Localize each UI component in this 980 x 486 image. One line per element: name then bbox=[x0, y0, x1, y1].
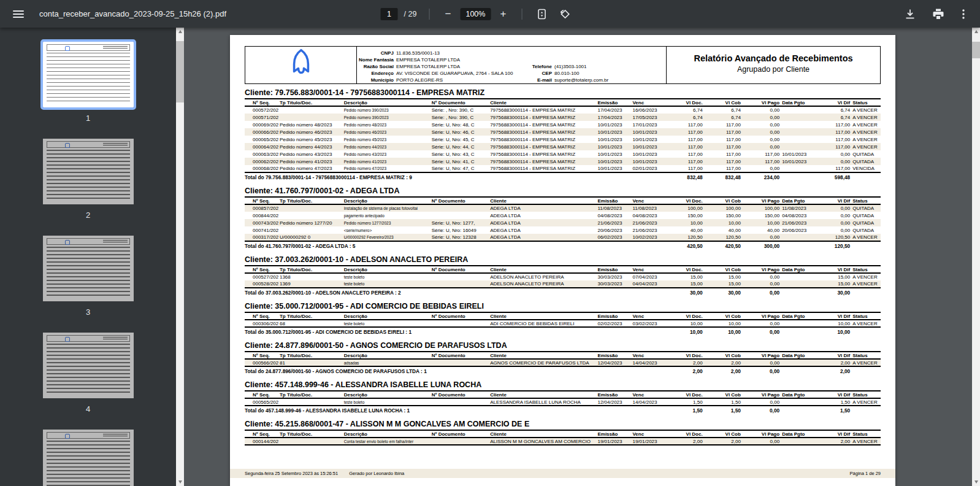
company-logo bbox=[245, 47, 357, 83]
rotate-button[interactable] bbox=[555, 3, 575, 25]
receivables-table: Nº Seq.Tp Título/Doc.DescriçãoNº Documen… bbox=[245, 312, 881, 335]
table-cell: 117,00 bbox=[667, 165, 704, 172]
table-cell: 117,00 bbox=[704, 165, 742, 172]
thumbnail-page-preview[interactable] bbox=[43, 42, 134, 107]
table-header-row: Nº Seq.Tp Título/Doc.DescriçãoNº Documen… bbox=[245, 391, 881, 398]
table-cell: 0,00 bbox=[742, 398, 781, 406]
total-value: 0,00 bbox=[742, 288, 781, 296]
table-row: 000741/2023<serie/numero>Série: U, Nro: … bbox=[245, 226, 881, 234]
table-cell: 79756883000114 - EMPRESA MATRIZ bbox=[489, 114, 596, 121]
table-cell: Série: U, Nro: 41, C bbox=[431, 158, 489, 165]
page-number-input[interactable] bbox=[381, 8, 398, 20]
table-cell: 1,50 bbox=[667, 398, 704, 406]
report-subtitle: Agrupado por Cliente bbox=[667, 65, 880, 74]
table-cell: Série: , Nro: 390, C bbox=[431, 114, 489, 121]
page-thumbnail-1[interactable]: 1 bbox=[43, 42, 134, 123]
total-value bbox=[781, 327, 817, 335]
thumbnail-page-preview[interactable] bbox=[43, 333, 134, 398]
table-cell: 120,50 bbox=[704, 234, 742, 241]
total-value: 832,48 bbox=[667, 172, 704, 180]
total-row: Total do 41.760.797/0001-02 - ADEGA LTDA… bbox=[245, 241, 881, 249]
table-cell: 6,74 bbox=[704, 106, 742, 114]
main-scrollbar[interactable] bbox=[972, 28, 980, 486]
column-header: Descrição bbox=[343, 430, 431, 438]
print-button[interactable] bbox=[926, 3, 951, 25]
page-thumbnail-4[interactable]: 4 bbox=[43, 333, 134, 414]
scroll-up-arrow[interactable] bbox=[176, 28, 184, 36]
table-cell bbox=[278, 204, 343, 212]
download-button[interactable] bbox=[898, 3, 922, 25]
scroll-up-arrow[interactable] bbox=[972, 28, 980, 36]
thumbnail-page-preview[interactable] bbox=[43, 236, 134, 301]
table-cell: 000317/2023 bbox=[245, 234, 278, 241]
table-cell: 000306/2023 bbox=[245, 320, 278, 327]
thumbnail-mini-body bbox=[47, 344, 130, 395]
scroll-down-arrow[interactable] bbox=[176, 478, 184, 486]
table-cell: teste boleto bbox=[343, 280, 431, 288]
column-header: Data Pgto bbox=[781, 312, 817, 320]
thumbnail-page-preview[interactable] bbox=[43, 139, 134, 204]
page-thumbnail-5[interactable]: 5 bbox=[43, 430, 134, 486]
menu-button[interactable] bbox=[6, 3, 31, 25]
total-row: Total do 35.000.712/0001-95 - ADI COMERC… bbox=[245, 327, 881, 335]
thumbnail-page-preview[interactable] bbox=[43, 430, 134, 486]
page-thumbnail-2[interactable]: 2 bbox=[43, 139, 134, 220]
table-cell: 11/08/2023 bbox=[631, 204, 667, 212]
table-cell: 2,00 bbox=[704, 438, 742, 445]
total-value: 420,50 bbox=[704, 241, 742, 249]
zoom-in-button[interactable]: + bbox=[494, 6, 511, 23]
column-header: Vl Doc. bbox=[667, 99, 704, 106]
column-header: Data Pgto bbox=[781, 197, 817, 204]
sidebar-scrollbar[interactable] bbox=[176, 28, 184, 486]
main-scrollbar-thumb[interactable] bbox=[972, 42, 980, 58]
document-title: conta_receber_avancado_2023-09-25_15h26 … bbox=[39, 9, 226, 18]
table-cell: 17/04/2023 bbox=[596, 106, 631, 114]
kebab-icon bbox=[957, 8, 970, 20]
table-cell: 0,00 bbox=[742, 438, 781, 445]
table-cell: 000572/2023 bbox=[245, 106, 278, 114]
table-cell: A VENCER bbox=[851, 128, 881, 136]
column-header: Status bbox=[851, 312, 881, 320]
table-cell: 000062/2023 bbox=[245, 158, 278, 165]
column-header: Vl Dif bbox=[817, 99, 851, 106]
sidebar-scrollbar-thumb[interactable] bbox=[176, 41, 184, 102]
total-value bbox=[781, 288, 817, 296]
zoom-level[interactable]: 100% bbox=[460, 8, 491, 20]
table-cell: Pedido número 45/2023 bbox=[343, 136, 431, 143]
column-header: Data Pgto bbox=[781, 352, 817, 359]
table-row: 000566/202381adsadasAGNOS COMERCIO DE PA… bbox=[245, 359, 881, 366]
table-cell: 150,00 bbox=[704, 212, 742, 219]
table-cell: ADELSON ANACLETO PEREIRA bbox=[489, 273, 596, 280]
table-cell: 000063/2023 bbox=[245, 150, 278, 158]
table-cell bbox=[781, 114, 817, 121]
table-cell: 150,00 bbox=[742, 212, 781, 219]
table-cell: 2,00 bbox=[817, 438, 851, 445]
scroll-down-arrow[interactable] bbox=[972, 478, 980, 486]
receivables-table: Nº Seq.Tp Título/Doc.DescriçãoNº Documen… bbox=[245, 98, 881, 180]
table-cell: Pedido número 44/2023 bbox=[278, 143, 343, 150]
thumbnail-page-number: 1 bbox=[86, 114, 90, 123]
more-options-button[interactable] bbox=[954, 3, 973, 25]
table-cell: ADEGA LTDA bbox=[489, 234, 596, 241]
fit-page-button[interactable] bbox=[532, 3, 551, 25]
field-value: EMPRESA TOTALERP LTDA bbox=[396, 56, 460, 63]
table-cell: 40,00 bbox=[742, 226, 781, 234]
table-cell: 6,74 bbox=[667, 106, 704, 114]
column-header: Nº Seq. bbox=[245, 352, 278, 359]
table-cell: A VENCER bbox=[851, 273, 881, 280]
thumbnail-mini-content bbox=[47, 432, 130, 486]
table-cell: 2,00 bbox=[817, 359, 851, 366]
table-cell: 10,00 bbox=[817, 320, 851, 327]
table-cell: A VENCER bbox=[851, 234, 881, 241]
total-value: 10,00 bbox=[667, 327, 704, 335]
column-header: Emissão bbox=[596, 391, 631, 398]
column-header: Status bbox=[851, 430, 881, 438]
table-cell: 1368 bbox=[278, 273, 343, 280]
total-value: 2,00 bbox=[667, 366, 704, 374]
page-thumbnail-3[interactable]: 3 bbox=[43, 236, 134, 317]
column-header: Data Pgto bbox=[781, 266, 817, 273]
column-header: Vl Pago bbox=[742, 312, 781, 320]
column-header: Cliente bbox=[489, 266, 596, 273]
zoom-out-button[interactable]: − bbox=[439, 6, 456, 23]
column-header: Emissão bbox=[596, 352, 631, 359]
